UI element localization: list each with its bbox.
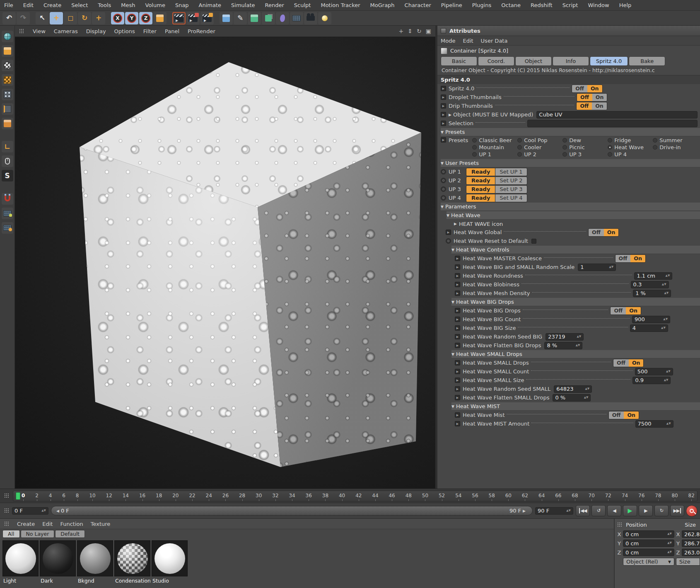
coordinates-grip-icon[interactable] xyxy=(617,522,623,528)
heat-wave-big-and-small-random-scale-anim-icon[interactable]: ▶ xyxy=(455,264,460,270)
spritz-4-0-toggle[interactable]: OffOn xyxy=(572,85,602,93)
heat-wave-big-count-spinner-icon[interactable]: ▲▼ xyxy=(663,318,668,321)
workplane-mode-icon[interactable] xyxy=(2,74,13,86)
material-menu-edit[interactable]: Edit xyxy=(42,521,53,527)
goto-start-button[interactable]: ◀◀ xyxy=(576,505,590,516)
heat-wave-mist-amount-field[interactable]: 7500▲▼ xyxy=(635,420,673,428)
heat-wave-global-off-button[interactable]: Off xyxy=(589,229,604,236)
dolly-view-icon[interactable]: ⇕ xyxy=(408,28,413,34)
heat-wave-mist-off-button[interactable]: Off xyxy=(609,411,624,419)
previous-frame-button[interactable]: ◀ xyxy=(607,505,621,516)
heat-wave-global-on-button[interactable]: On xyxy=(604,229,619,236)
heat-wave-random-seed-big-anim-icon[interactable]: ▶ xyxy=(455,334,460,339)
attributes-menu-user-data[interactable]: User Data xyxy=(481,38,508,44)
menu-select[interactable]: Select xyxy=(71,2,88,8)
selection-anim-icon[interactable]: ▶ xyxy=(441,121,446,126)
viewport-menu-panel[interactable]: Panel xyxy=(165,28,179,34)
material-thumbnail[interactable] xyxy=(2,540,39,576)
timeline-ruler[interactable]: 0246810121416182022242628303234363840424… xyxy=(13,491,698,501)
viewport-menu-filter[interactable]: Filter xyxy=(143,28,157,34)
size-x-field[interactable]: 262.8 xyxy=(682,530,700,538)
section-parameters[interactable]: ▼Parameters xyxy=(441,202,700,211)
heat-wave-big-and-small-random-scale-spinner-icon[interactable]: ▲▼ xyxy=(609,266,613,269)
scale-tool-icon[interactable]: ◻ xyxy=(64,12,77,24)
radio-cool-pop[interactable]: Cool Pop xyxy=(517,137,562,143)
attributes-menu-mode[interactable]: Mode xyxy=(441,38,455,44)
radio-dew[interactable]: Dew xyxy=(562,137,608,143)
y-axis-lock-button[interactable]: Y xyxy=(125,12,138,24)
droplet-thumbnails-off-button[interactable]: Off xyxy=(577,94,592,101)
material-light[interactable]: Light xyxy=(2,540,39,584)
radio-up-4[interactable]: UP 4 xyxy=(608,151,653,157)
size-y-field[interactable]: 286.7 xyxy=(682,540,700,547)
radio-picnic[interactable]: Picnic xyxy=(562,144,608,150)
heat-wave-big-size-spinner-icon[interactable]: ▲▼ xyxy=(661,327,666,329)
spline-pen-icon[interactable]: ✎ xyxy=(234,12,247,24)
heat-wave-random-seed-big-spinner-icon[interactable]: ▲▼ xyxy=(577,336,581,338)
radio-drive-in[interactable]: Drive-in xyxy=(653,144,698,150)
menu-octane[interactable]: Octane xyxy=(501,2,521,8)
heat-wave-small-count-spinner-icon[interactable]: ▲▼ xyxy=(666,370,671,373)
up-2-ready-button[interactable]: Ready xyxy=(466,177,495,185)
menu-edit[interactable]: Edit xyxy=(23,2,34,8)
material-thumbnail[interactable] xyxy=(40,540,76,576)
menu-pipeline[interactable]: Pipeline xyxy=(441,2,462,8)
material-thumbnail[interactable] xyxy=(77,540,113,576)
menu-script[interactable]: Script xyxy=(562,2,578,8)
section-heat-wave-mist[interactable]: ▼Heat Wave MIST xyxy=(451,402,700,411)
heat-wave-random-seed-small-spinner-icon[interactable]: ▲▼ xyxy=(585,388,589,390)
material-dark[interactable]: Dark xyxy=(40,540,76,584)
pan-view-icon[interactable]: + xyxy=(399,28,404,34)
viewport-menu-prorender[interactable]: ProRender xyxy=(188,28,215,34)
heat-wave-master-coalesce-on-button[interactable]: On xyxy=(630,255,645,262)
heat-wave-roundness-anim-icon[interactable]: ▶ xyxy=(455,273,460,278)
playhead-marker[interactable] xyxy=(16,492,20,500)
viewport-canvas[interactable] xyxy=(15,37,435,489)
heat-wave-global-toggle[interactable]: OffOn xyxy=(588,228,619,237)
heat-wave-random-seed-big-field[interactable]: 23719▲▼ xyxy=(546,333,584,341)
redo-icon[interactable]: ↷ xyxy=(17,12,30,24)
heat-wave-master-coalesce-toggle[interactable]: OffOn xyxy=(615,254,646,263)
menu-simulate[interactable]: Simulate xyxy=(231,2,255,8)
menu-mograph[interactable]: MoGraph xyxy=(370,2,395,8)
up-4-set-button[interactable]: Set UP 4 xyxy=(495,194,527,202)
radio-up-3[interactable]: UP 3 xyxy=(562,151,608,157)
material-thumbnail[interactable] xyxy=(152,540,188,576)
snap-settings-icon[interactable] xyxy=(2,222,13,234)
edges-mode-icon[interactable] xyxy=(2,103,13,115)
section-heat-wave-big-drops[interactable]: ▼Heat Wave BIG Drops xyxy=(451,298,700,306)
light-icon[interactable] xyxy=(318,12,331,24)
radio-summer[interactable]: Summer xyxy=(653,137,698,143)
section-heat-wave-controls[interactable]: ▼Heat Wave Controls xyxy=(451,245,700,254)
section-presets[interactable]: ▼Presets xyxy=(441,128,700,136)
last-tool-icon[interactable]: + xyxy=(92,12,105,24)
position-y-field[interactable]: 0 cm▲▼ xyxy=(623,540,674,547)
menu-create[interactable]: Create xyxy=(43,2,61,8)
heat-wave-random-seed-small-field[interactable]: 64823▲▼ xyxy=(554,385,592,393)
heat-wave-big-count-field[interactable]: 900▲▼ xyxy=(632,316,670,323)
material-bkgnd[interactable]: Bkgnd xyxy=(77,540,113,584)
rotate-tool-icon[interactable]: ↻ xyxy=(78,12,91,24)
floor-icon[interactable] xyxy=(290,12,303,24)
drip-thumbnails-toggle[interactable]: OffOn xyxy=(576,102,607,110)
menu-mesh[interactable]: Mesh xyxy=(121,2,135,8)
up-3-set-button[interactable]: Set UP 3 xyxy=(495,185,527,194)
drip-thumbnails-on-button[interactable]: On xyxy=(592,102,607,110)
coordinate-mode-dropdown[interactable]: Object (Rel) ▼ xyxy=(623,558,674,566)
generators-icon[interactable] xyxy=(262,12,275,24)
tab-info[interactable]: Info xyxy=(553,56,589,66)
heat-wave-small-size-field[interactable]: 0.9▲▼ xyxy=(632,377,671,384)
render-view-icon[interactable] xyxy=(172,12,186,24)
radio-heat-wave[interactable]: Heat Wave xyxy=(608,144,653,150)
menu-volume[interactable]: Volume xyxy=(145,2,165,8)
menu-tools[interactable]: Tools xyxy=(98,2,111,8)
menu-character[interactable]: Character xyxy=(405,2,431,8)
size-z-field[interactable]: 263.0 xyxy=(682,549,700,556)
heat-wave-small-count-field[interactable]: 500▲▼ xyxy=(635,368,673,375)
material-menu-function[interactable]: Function xyxy=(60,521,83,527)
heat-wave-big-size-field[interactable]: 4▲▼ xyxy=(630,324,668,332)
radio-up-1[interactable]: UP 1 xyxy=(472,151,517,157)
live-selection-icon[interactable]: ↖ xyxy=(36,12,49,24)
position-x-spinner-icon[interactable]: ▲▼ xyxy=(667,533,672,535)
layer-tab-no-layer[interactable]: No Layer xyxy=(21,530,55,538)
